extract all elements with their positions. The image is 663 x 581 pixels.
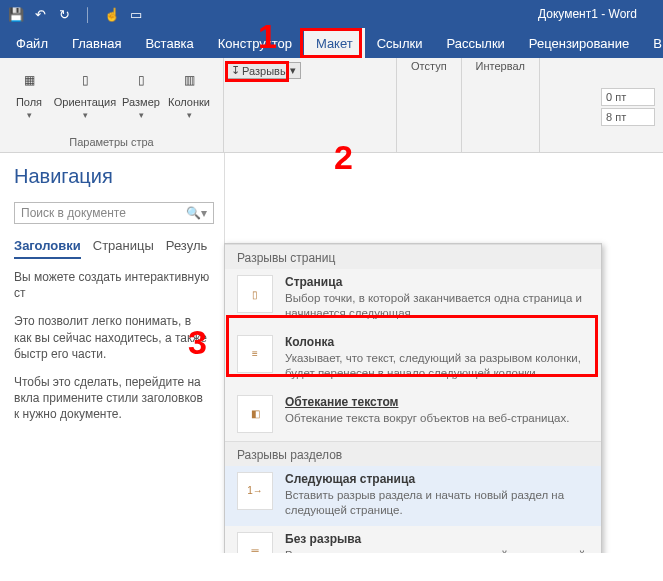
page-break-icon: ▯ (237, 275, 273, 313)
page-break-icon: 1→ (237, 472, 273, 510)
tab-рецензирование[interactable]: Рецензирование (517, 28, 641, 58)
nav-hint-1: Вы можете создать интерактивную ст (14, 269, 210, 301)
search-placeholder: Поиск в документе (21, 206, 126, 220)
annotation-box-1 (300, 28, 362, 58)
chevron-down-icon: ▾ (139, 110, 144, 120)
chevron-down-icon: ▾ (290, 64, 296, 77)
page-break-icon: ═ (237, 532, 273, 553)
dropdown-section-header: Разрывы разделов (225, 441, 601, 466)
tab-рассылки[interactable]: Рассылки (434, 28, 516, 58)
page-setup-group-label: Параметры стра (6, 136, 217, 150)
page-break-icon: ◧ (237, 395, 273, 433)
size-button[interactable]: ▯ Размер ▾ (118, 62, 164, 120)
indent-label: Отступ (403, 60, 455, 76)
columns-icon: ▥ (175, 66, 203, 94)
dropdown-item-desc: Вставить разрыв раздела и начать новый р… (285, 488, 589, 518)
orientation-label: Ориентация (54, 96, 116, 108)
dropdown-item-desc: Вставить разрыв раздела и начать новый р… (285, 548, 589, 553)
dropdown-item[interactable]: ═Без разрываВставить разрыв раздела и на… (225, 526, 601, 553)
columns-label: Колонки (168, 96, 210, 108)
chevron-down-icon: ▾ (83, 110, 88, 120)
nav-tab-0[interactable]: Заголовки (14, 238, 81, 259)
nav-tab-2[interactable]: Резуль (166, 238, 207, 259)
nav-tab-1[interactable]: Страницы (93, 238, 154, 259)
tab-файл[interactable]: Файл (4, 28, 60, 58)
orientation-button[interactable]: ▯ Ориентация ▾ (54, 62, 116, 120)
dropdown-item-title: Без разрыва (285, 532, 589, 546)
margins-icon: ▦ (15, 66, 43, 94)
dropdown-item[interactable]: 1→Следующая страницаВставить разрыв разд… (225, 466, 601, 526)
breaks-dropdown: Разрывы страниц▯СтраницаВыбор точки, в к… (224, 243, 602, 553)
spacing-before-input[interactable]: 0 пт (601, 88, 655, 106)
nav-tabs: ЗаголовкиСтраницыРезуль (14, 238, 210, 259)
dropdown-item[interactable]: ◧Обтекание текстомОбтекание текста вокру… (225, 389, 601, 441)
nav-hint-3: Чтобы это сделать, перейдите на вкла при… (14, 374, 210, 423)
tab-в[interactable]: В (641, 28, 663, 58)
size-label: Размер (122, 96, 160, 108)
dropdown-item-desc: Обтекание текста вокруг объектов на веб-… (285, 411, 589, 426)
annotation-box-3 (226, 315, 598, 377)
chevron-down-icon: ▾ (27, 110, 32, 120)
margins-label: Поля (16, 96, 42, 108)
chevron-down-icon: ▾ (187, 110, 192, 120)
margins-button[interactable]: ▦ Поля ▾ (6, 62, 52, 120)
tab-вставка[interactable]: Вставка (133, 28, 205, 58)
undo-icon[interactable]: ↶ (30, 4, 50, 24)
search-input[interactable]: Поиск в документе 🔍▾ (14, 202, 214, 224)
spacing-after-input[interactable]: 8 пт (601, 108, 655, 126)
columns-button[interactable]: ▥ Колонки ▾ (166, 62, 212, 120)
nav-hint-2: Это позволит легко понимать, в как вы се… (14, 313, 210, 362)
navigation-title: Навигация (14, 165, 210, 188)
tab-главная[interactable]: Главная (60, 28, 133, 58)
document-title: Документ1 - Word (538, 7, 657, 21)
redo-icon[interactable]: ↻ (54, 4, 74, 24)
touch-mode-icon[interactable]: ☝ (102, 4, 122, 24)
annotation-box-2 (225, 61, 289, 82)
separator-icon: │ (78, 4, 98, 24)
orientation-icon: ▯ (71, 66, 99, 94)
dropdown-item-title: Страница (285, 275, 589, 289)
dropdown-section-header: Разрывы страниц (225, 244, 601, 269)
save-icon[interactable]: 💾 (6, 4, 26, 24)
annotation-number-1: 1 (258, 17, 277, 56)
tab-ссылки[interactable]: Ссылки (365, 28, 435, 58)
annotation-number-2: 2 (334, 138, 353, 177)
search-icon: 🔍▾ (186, 206, 207, 220)
dropdown-item-title: Обтекание текстом (285, 395, 589, 409)
ribbon: ▦ Поля ▾ ▯ Ориентация ▾ ▯ Размер ▾ ▥ Кол… (0, 58, 663, 153)
dropdown-item-title: Следующая страница (285, 472, 589, 486)
title-bar: 💾 ↶ ↻ │ ☝ ▭ Документ1 - Word (0, 0, 663, 28)
new-doc-icon[interactable]: ▭ (126, 4, 146, 24)
annotation-number-3: 3 (188, 323, 207, 362)
interval-label: Интервал (468, 60, 533, 76)
tab-конструктор[interactable]: Конструктор (206, 28, 304, 58)
size-icon: ▯ (127, 66, 155, 94)
